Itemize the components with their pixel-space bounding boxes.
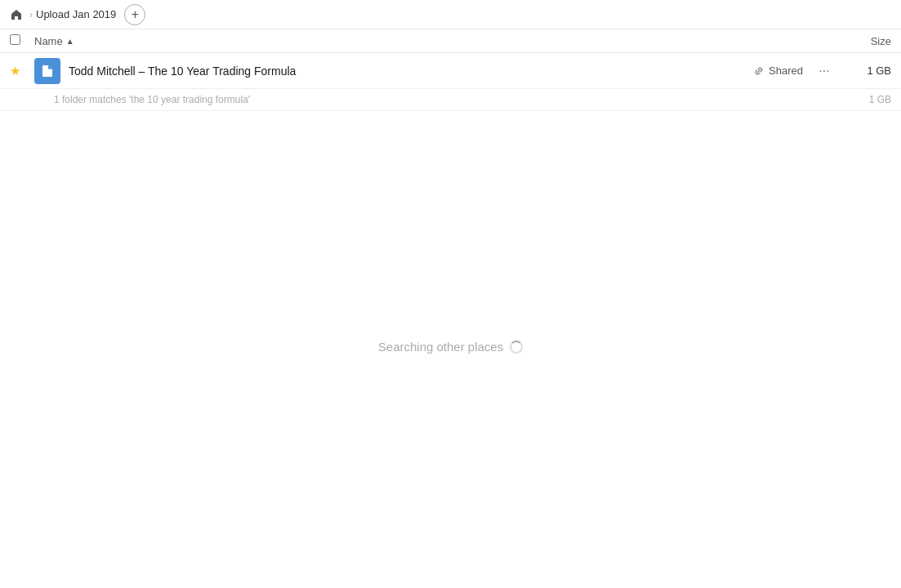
more-options-button[interactable]: ··· <box>813 60 836 82</box>
match-size: 1 GB <box>869 94 891 105</box>
sort-arrow-icon: ▲ <box>66 37 74 46</box>
shared-label: Shared <box>769 65 803 77</box>
loading-spinner <box>510 341 523 354</box>
add-button[interactable]: + <box>124 4 145 25</box>
shared-badge: Shared <box>753 65 803 77</box>
searching-section: Searching other places <box>0 340 901 354</box>
file-size-value: 1 GB <box>842 65 891 77</box>
more-icon: ··· <box>818 64 829 78</box>
size-col-label: Size <box>871 35 891 47</box>
name-col-label: Name <box>34 35 63 47</box>
breadcrumb-label[interactable]: Upload Jan 2019 <box>36 8 116 20</box>
row-checkbox-cell[interactable]: ★ <box>10 64 34 78</box>
table-header: Name ▲ Size <box>0 29 901 53</box>
breadcrumb-separator: › <box>29 9 33 20</box>
header-checkbox[interactable] <box>10 34 34 47</box>
col-size-header[interactable]: Size <box>826 35 891 47</box>
file-name-label: Todd Mitchell – The 10 Year Trading Form… <box>69 65 753 78</box>
link-icon <box>753 65 765 77</box>
select-all-checkbox[interactable] <box>10 34 20 45</box>
searching-label: Searching other places <box>378 340 503 354</box>
file-type-icon <box>34 58 60 84</box>
file-row[interactable]: ★ Todd Mitchell – The 10 Year Trading Fo… <box>0 53 901 89</box>
home-button[interactable] <box>10 8 23 21</box>
header: › Upload Jan 2019 + <box>0 0 901 29</box>
star-icon[interactable]: ★ <box>10 64 28 78</box>
match-label: 1 folder matches 'the 10 year trading fo… <box>54 94 250 105</box>
match-label-row: 1 folder matches 'the 10 year trading fo… <box>0 89 901 111</box>
col-name-header[interactable]: Name ▲ <box>34 35 826 47</box>
